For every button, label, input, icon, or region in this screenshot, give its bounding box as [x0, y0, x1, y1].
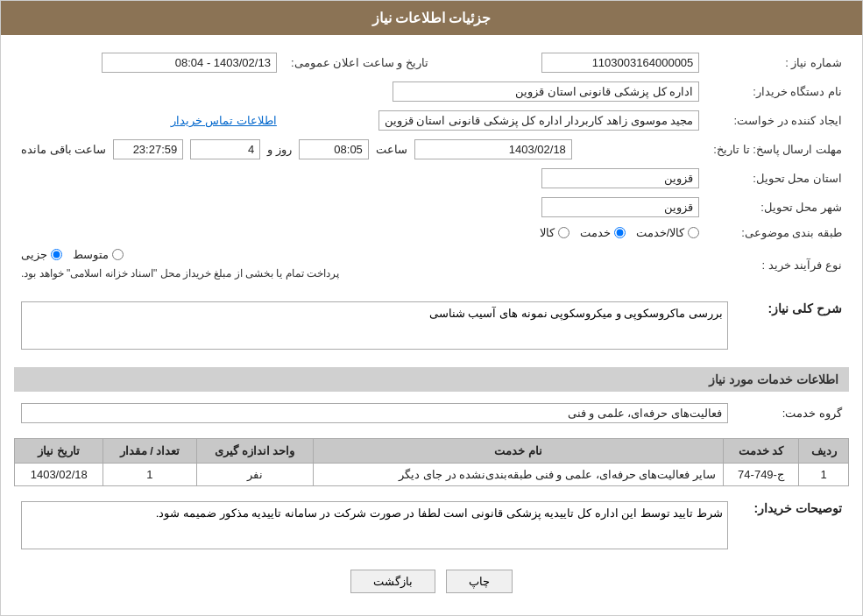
ostan-tahvil-label: استان محل تحویل:	[706, 164, 849, 193]
shomare-niaz-field: 1103003164000005	[541, 53, 699, 73]
radio-motavasset-label: متوسط	[73, 248, 109, 261]
buttons-row: چاپ بازگشت	[14, 570, 849, 593]
sharh-koli-table: شرح کلی نیاز: بررسی ماکروسکوپی و میکروسک…	[14, 297, 849, 357]
gorooh-khedmat-table: گروه خدمت: فعالیت‌های حرفه‌ای، علمی و فن…	[14, 399, 849, 428]
page-wrapper: جزئیات اطلاعات نیاز شماره نیاز : 1103003…	[0, 0, 863, 616]
cell-naam-khedmat: سایر فعالیت‌های حرفه‌ای، علمی و فنی طبقه…	[314, 464, 724, 486]
shahr-tahvil-value: قزوین	[14, 193, 706, 222]
sharh-koli-value: بررسی ماکروسکوپی و میکروسکوپی نمونه های …	[14, 297, 735, 357]
cell-tarikh-niaz: 1403/02/18	[15, 464, 103, 486]
ostan-tahvil-value: قزوین	[14, 164, 706, 193]
radio-kala-khedmat-label: کالا/خدمت	[636, 226, 685, 239]
radio-jozyi-label: جزیی	[21, 248, 47, 261]
radio-kala-label: کالا	[540, 226, 555, 239]
main-content: شماره نیاز : 1103003164000005 تاریخ و سا…	[1, 35, 862, 615]
btn-chap[interactable]: چاپ	[446, 570, 513, 593]
nam-dastgah-label: نام دستگاه خریدار:	[706, 77, 849, 106]
ijad-konande-label: ایجاد کننده در خواست:	[706, 106, 849, 135]
shahr-tahvil-field: قزوین	[541, 197, 699, 217]
gorooh-khedmat-field: فعالیت‌های حرفه‌ای، علمی و فنی	[21, 403, 728, 423]
mohlat-value: 1403/02/18 ساعت 08:05 روز و 4 23:27:59 س…	[14, 135, 706, 164]
nam-dastgah-value: اداره کل پزشکی قانونی استان قزوین	[14, 77, 706, 106]
tosifat-label: توصیحات خریدار:	[735, 497, 849, 556]
radio-khedmat-input[interactable]	[614, 227, 626, 238]
tarikh-elan-label: تاریخ و ساعت اعلان عمومی:	[284, 48, 435, 77]
nam-dastgah-field: اداره کل پزشکی قانونی استان قزوین	[393, 81, 699, 102]
mohlat-date-field: 1403/02/18	[414, 139, 572, 159]
tosifat-textarea[interactable]: شرط تایید توسط این اداره کل تاییدیه پزشک…	[21, 501, 728, 549]
rooz-label: روز و	[267, 143, 292, 156]
radio-khedmat[interactable]: خدمت	[580, 226, 626, 239]
mohlat-label: مهلت ارسال پاسخ: تا تاریخ:	[706, 135, 849, 164]
tarikh-elan-field: 1403/02/13 - 08:04	[102, 53, 277, 73]
nooe-faraind-note: پرداخت تمام یا بخشی از مبلغ خریداز محل "…	[21, 265, 339, 282]
remaining-field: 23:27:59	[113, 139, 183, 159]
shomare-niaz-value: 1103003164000005	[462, 48, 706, 77]
shomare-niaz-label: شماره نیاز :	[706, 48, 849, 77]
nooe-faraind-label: نوع فرآیند خرید :	[706, 244, 849, 287]
etelaat-section-title: اطلاعات خدمات مورد نیاز	[14, 367, 849, 392]
radio-khedmat-label: خدمت	[580, 226, 611, 239]
cell-code-khedmat: ج-749-74	[723, 464, 798, 486]
radio-kala-input[interactable]	[558, 227, 569, 238]
radio-kala[interactable]: کالا	[540, 226, 569, 239]
remaining-label: ساعت باقی مانده	[21, 143, 106, 156]
radio-motavasset[interactable]: متوسط	[73, 248, 124, 261]
ijad-konande-value: مجید موسوی زاهد کاربردار اداره کل پزشکی …	[284, 106, 706, 135]
ostan-tahvil-field: قزوین	[541, 168, 699, 188]
col-tedad-megdar: تعداد / مقدار	[103, 439, 196, 464]
service-table: ردیف کد خدمت نام خدمت واحد اندازه گیری ت…	[14, 438, 849, 486]
gorooh-khedmat-label: گروه خدمت:	[735, 399, 849, 428]
col-radif: ردیف	[799, 439, 849, 464]
info-table: شماره نیاز : 1103003164000005 تاریخ و سا…	[14, 48, 849, 287]
radio-jozyi-input[interactable]	[51, 249, 62, 260]
col-naam-khedmat: نام خدمت	[314, 439, 724, 464]
tosifat-table: توصیحات خریدار: شرط تایید توسط این اداره…	[14, 497, 849, 556]
col-code-khedmat: کد خدمت	[723, 439, 798, 464]
col-tarikh-niaz: تاریخ نیاز	[15, 439, 103, 464]
page-title: جزئیات اطلاعات نیاز	[372, 11, 492, 25]
tabaqe-value: کالا/خدمت خدمت کالا	[14, 222, 706, 244]
radio-jozyi[interactable]: جزیی	[21, 248, 62, 261]
sharh-koli-label: شرح کلی نیاز:	[735, 297, 849, 357]
sharh-koli-textarea[interactable]: بررسی ماکروسکوپی و میکروسکوپی نمونه های …	[21, 301, 728, 350]
radio-motavasset-input[interactable]	[112, 249, 124, 260]
btn-bazgasht[interactable]: بازگشت	[350, 570, 435, 593]
cell-vahed-andaze: نفر	[196, 464, 314, 486]
radio-kala-khedmat[interactable]: کالا/خدمت	[636, 226, 700, 239]
gorooh-khedmat-value: فعالیت‌های حرفه‌ای، علمی و فنی	[14, 399, 735, 428]
etelaat-tamas-link[interactable]: اطلاعات تماس خریدار	[171, 114, 277, 127]
tabaqe-label: طبقه بندی موضوعی:	[706, 222, 849, 244]
tosifat-value: شرط تایید توسط این اداره کل تاییدیه پزشک…	[14, 497, 735, 556]
rooz-field: 4	[190, 139, 260, 159]
table-row: 1 ج-749-74 سایر فعالیت‌های حرفه‌ای، علمی…	[15, 464, 849, 486]
cell-tedad-megdar: 1	[103, 464, 196, 486]
ijad-konande-field: مجید موسوی زاهد کاربردار اداره کل پزشکی …	[378, 110, 700, 131]
nooe-faraind-value: متوسط جزیی پرداخت تمام یا بخشی از مبلغ خ…	[14, 244, 706, 287]
col-vahed-andaze: واحد اندازه گیری	[196, 439, 314, 464]
radio-kala-khedmat-input[interactable]	[688, 227, 699, 238]
shahr-tahvil-label: شهر محل تحویل:	[706, 193, 849, 222]
saaat-label: ساعت	[376, 143, 407, 156]
cell-radif: 1	[799, 464, 849, 486]
tarikh-elan-value: 1403/02/13 - 08:04	[14, 48, 284, 77]
page-header: جزئیات اطلاعات نیاز	[1, 1, 862, 35]
saaat-field: 08:05	[299, 139, 369, 159]
